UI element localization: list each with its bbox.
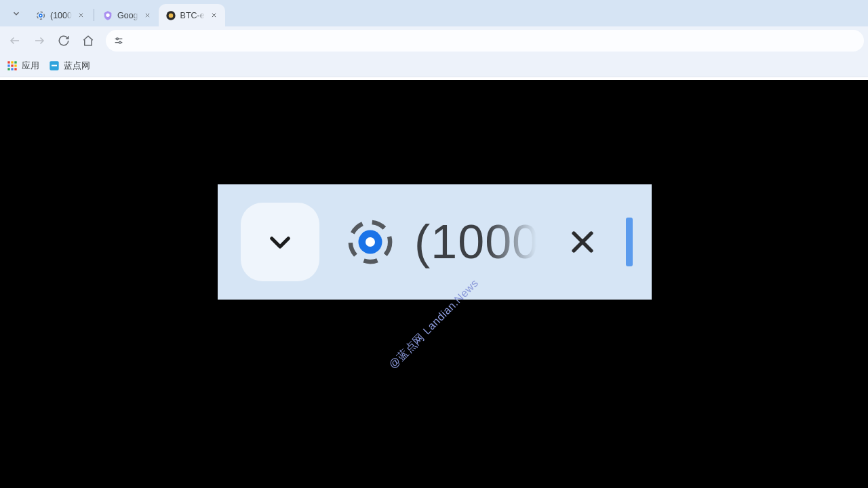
close-icon [144, 12, 151, 18]
chevron-down-icon [266, 228, 294, 256]
close-tab-button[interactable] [76, 10, 87, 21]
zoom-dropdown-pill[interactable] [241, 203, 319, 281]
svg-rect-28 [52, 65, 57, 66]
tab-title: Goog [117, 11, 138, 20]
close-tab-button[interactable] [209, 10, 220, 21]
site-settings-icon[interactable] [113, 35, 125, 47]
loading-icon [35, 10, 46, 21]
zoom-tab-title: (1000 [414, 215, 536, 269]
reload-icon [58, 35, 70, 47]
reload-button[interactable] [53, 30, 75, 52]
back-button[interactable] [4, 30, 26, 52]
svg-point-16 [117, 38, 119, 40]
shield-icon [102, 10, 113, 21]
close-icon [211, 12, 217, 18]
home-icon [82, 35, 94, 47]
tab-strip: (1000 Goog BTC-e [0, 0, 868, 26]
svg-point-31 [366, 237, 375, 247]
zoomed-tab-panel: (1000 [218, 184, 652, 300]
svg-rect-20 [14, 61, 16, 63]
bookmark-label: 蓝点网 [64, 60, 90, 72]
bookmarks-bar: 应用 蓝点网 [0, 55, 868, 77]
zoom-close-button[interactable] [568, 227, 597, 257]
tab-search-dropdown[interactable] [7, 4, 26, 23]
svg-point-2 [40, 14, 41, 16]
home-button[interactable] [77, 30, 99, 52]
bookmark-apps[interactable]: 应用 [7, 60, 39, 72]
tab-1[interactable]: (1000 [28, 4, 92, 26]
loading-spinner-icon [347, 218, 394, 266]
forward-button[interactable] [28, 30, 50, 52]
tab-separator [94, 9, 94, 21]
bookmark-landian[interactable]: 蓝点网 [49, 60, 90, 72]
address-bar[interactable] [106, 30, 864, 52]
bookmark-label: 应用 [22, 60, 39, 72]
apps-grid-icon [7, 60, 18, 71]
close-icon [568, 227, 597, 257]
svg-rect-25 [11, 68, 13, 70]
toolbar [0, 26, 868, 55]
svg-rect-24 [7, 68, 9, 70]
coin-icon [165, 10, 176, 21]
tab-3-active[interactable]: BTC-e [159, 4, 225, 26]
close-icon [78, 12, 84, 18]
arrow-left-icon [9, 35, 21, 47]
svg-rect-23 [14, 64, 16, 66]
close-tab-button[interactable] [142, 10, 153, 21]
svg-rect-21 [7, 64, 9, 66]
svg-rect-18 [7, 61, 9, 63]
svg-point-5 [106, 13, 109, 16]
page-content: (1000 @蓝点网 Landian.News [0, 77, 868, 488]
svg-rect-19 [11, 61, 13, 63]
svg-point-9 [168, 13, 173, 18]
site-favicon-icon [49, 60, 60, 71]
svg-point-17 [119, 41, 121, 43]
arrow-right-icon [33, 35, 45, 47]
chevron-down-icon [12, 9, 21, 18]
tab-title: BTC-e [180, 11, 205, 20]
tab-title: (1000 [50, 11, 72, 20]
tab-separator-bar [626, 218, 633, 266]
svg-rect-22 [11, 64, 13, 66]
tab-2[interactable]: Goog [96, 4, 159, 26]
svg-rect-26 [14, 68, 16, 70]
